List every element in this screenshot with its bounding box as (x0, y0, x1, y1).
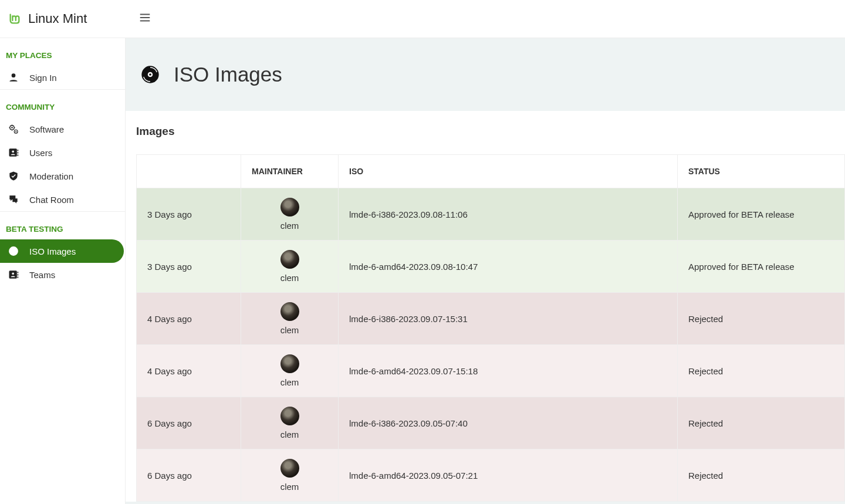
album-icon (141, 65, 160, 84)
iso-table: MAINTAINER ISO STATUS 3 Days agoclemlmde… (136, 154, 845, 502)
sidebar-item-users[interactable]: Users (0, 141, 125, 164)
cell-status: Approved for BETA release (678, 188, 845, 241)
cell-age: 6 Days ago (137, 397, 241, 449)
gears-icon (6, 123, 21, 135)
hamburger-icon (138, 11, 151, 24)
maintainer-name: clem (252, 325, 327, 335)
shield-icon (6, 170, 21, 182)
svg-point-2 (11, 127, 13, 128)
svg-rect-16 (18, 274, 19, 276)
sidebar-item-label: Software (29, 124, 64, 134)
sidebar-item-label: Chat Room (29, 195, 74, 205)
person-icon (6, 72, 21, 83)
sidebar-item-chat[interactable]: Chat Room (0, 188, 125, 211)
cell-age: 3 Days ago (137, 241, 241, 293)
cell-age: 4 Days ago (137, 345, 241, 397)
svg-point-4 (15, 131, 16, 132)
album-icon (6, 245, 21, 257)
maintainer-name: clem (252, 429, 327, 439)
sidebar-item-label: Teams (29, 270, 55, 280)
svg-rect-9 (18, 154, 19, 156)
sidebar-item-label: Users (29, 148, 52, 158)
table-row[interactable]: 6 Days agoclemlmde-6-amd64-2023.09.05-07… (137, 449, 845, 502)
avatar (280, 302, 299, 321)
cell-age: 6 Days ago (137, 449, 241, 502)
cell-status: Rejected (678, 345, 845, 397)
sidebar-item-moderation[interactable]: Moderation (0, 164, 125, 188)
cell-maintainer: clem (241, 188, 339, 241)
cell-maintainer: clem (241, 449, 339, 502)
cell-maintainer: clem (241, 345, 339, 397)
sidebar-item-iso[interactable]: ISO Images (0, 239, 124, 263)
cell-status: Rejected (678, 397, 845, 449)
cell-maintainer: clem (241, 397, 339, 449)
table-row[interactable]: 4 Days agoclemlmde-6-amd64-2023.09.07-15… (137, 345, 845, 397)
table-row[interactable]: 4 Days agoclemlmde-6-i386-2023.09.07-15:… (137, 293, 845, 345)
cell-iso: lmde-6-amd64-2023.09.08-10:47 (339, 241, 678, 293)
cell-maintainer: clem (241, 293, 339, 345)
svg-point-14 (12, 273, 14, 275)
maintainer-name: clem (252, 273, 327, 283)
col-header-age (137, 155, 241, 188)
sidebar-item-label: Sign In (29, 73, 57, 83)
contacts-icon (6, 147, 21, 158)
cell-status: Approved for BETA release (678, 241, 845, 293)
sidebar-group-header: BETA TESTING (0, 212, 125, 239)
cell-iso: lmde-6-amd64-2023.09.05-07:21 (339, 449, 678, 502)
cell-iso: lmde-6-i386-2023.09.08-11:06 (339, 188, 678, 241)
maintainer-name: clem (252, 377, 327, 387)
table-row[interactable]: 3 Days agoclemlmde-6-amd64-2023.09.08-10… (137, 241, 845, 293)
cell-age: 4 Days ago (137, 293, 241, 345)
sidebar-group-header: MY PLACES (0, 38, 125, 66)
avatar (280, 250, 299, 269)
col-header-status: STATUS (678, 155, 845, 188)
svg-point-20 (149, 73, 151, 76)
cell-status: Rejected (678, 293, 845, 345)
sidebar-item-label: ISO Images (29, 246, 76, 256)
card-heading: Images (136, 125, 845, 138)
svg-rect-7 (18, 150, 19, 151)
contacts-icon (6, 269, 21, 280)
table-row[interactable]: 3 Days agoclemlmde-6-i386-2023.09.08-11:… (137, 188, 845, 241)
col-header-maintainer: MAINTAINER (241, 155, 339, 188)
sidebar-group-header: COMMUNITY (0, 90, 125, 117)
maintainer-name: clem (252, 482, 327, 492)
cell-status: Rejected (678, 449, 845, 502)
sidebar-item-label: Moderation (29, 171, 73, 181)
avatar (280, 198, 299, 217)
svg-point-6 (12, 151, 14, 153)
svg-rect-8 (18, 152, 19, 154)
cell-iso: lmde-6-i386-2023.09.07-15:31 (339, 293, 678, 345)
brand-name: Linux Mint (28, 11, 87, 26)
avatar (280, 354, 299, 373)
page-title: ISO Images (174, 63, 282, 86)
page-title-bar: ISO Images (126, 38, 845, 111)
avatar (280, 407, 299, 425)
images-card: Images MAINTAINER ISO STATUS 3 Days agoc… (126, 111, 845, 502)
col-header-iso: ISO (339, 155, 678, 188)
cell-iso: lmde-6-i386-2023.09.05-07:40 (339, 397, 678, 449)
cell-iso: lmde-6-amd64-2023.09.07-15:18 (339, 345, 678, 397)
menu-toggle-button[interactable] (138, 11, 151, 26)
svg-rect-17 (18, 276, 19, 278)
maintainer-name: clem (252, 221, 327, 231)
sidebar-item-signin[interactable]: Sign In (0, 66, 125, 89)
svg-point-12 (13, 251, 14, 252)
qa-icon (6, 194, 21, 205)
cell-age: 3 Days ago (137, 188, 241, 241)
sidebar-item-teams[interactable]: Teams (0, 263, 125, 286)
main-content: ISO Images Images MAINTAINER ISO STATUS … (126, 38, 845, 504)
cell-maintainer: clem (241, 241, 339, 293)
sidebar-item-software[interactable]: Software (0, 117, 125, 141)
avatar (280, 459, 299, 478)
table-row[interactable]: 6 Days agoclemlmde-6-i386-2023.09.05-07:… (137, 397, 845, 449)
brand[interactable]: Linux Mint (8, 11, 126, 26)
svg-rect-15 (18, 272, 19, 273)
app-header: Linux Mint (0, 0, 845, 38)
sidebar: MY PLACESSign InCOMMUNITYSoftwareUsersMo… (0, 38, 126, 504)
linux-mint-logo-icon (8, 12, 21, 25)
svg-point-0 (12, 73, 16, 77)
